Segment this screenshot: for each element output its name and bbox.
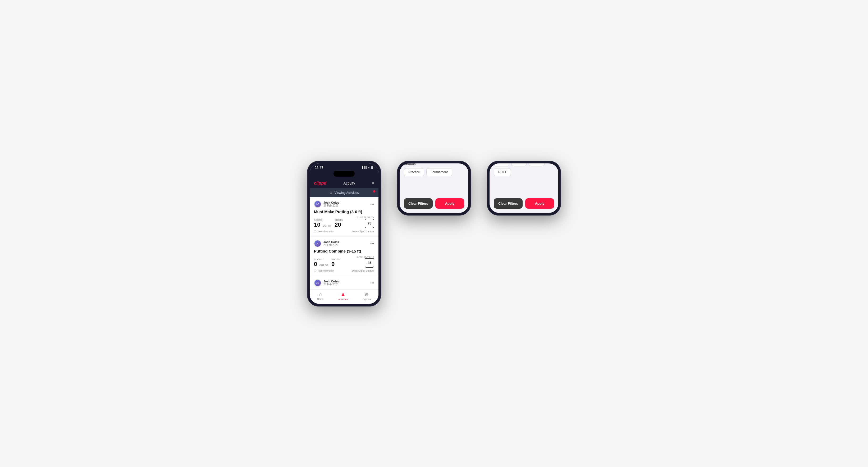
bottom-nav-1: ⌂ Home ♟ Activities ⊕ Capture	[310, 289, 378, 304]
modal-actions-1: Clear Filters Apply	[404, 198, 464, 209]
avatar-2: JC	[314, 240, 321, 247]
modal-actions-2: Clear Filters Apply	[494, 198, 554, 209]
shots-value-2: 9	[331, 261, 335, 267]
nav-capture-label: Capture	[363, 298, 371, 301]
data-source-1: Data: Clippd Capture	[352, 230, 374, 233]
sq-badge-1: 75	[365, 219, 374, 228]
test-info-2: ⓘ Test Information	[314, 269, 334, 273]
phone-3: 11:33 ▐▐▐ ▲ ▓ clippd Activity ≡ ⚙ Viewin…	[487, 161, 561, 216]
activity-item-2[interactable]: JC Josh Coles 28 Feb 2023 ••• Putting Co…	[310, 237, 378, 276]
phone-2: 11:33 ▐▐▐ ▲ ▓ clippd Activity ≡ ⚙ Viewin…	[397, 161, 471, 216]
arg-btn[interactable]: ARG	[529, 163, 545, 166]
user-date-3: 28 Feb 2023	[323, 283, 339, 286]
activity-title-1: Must Make Putting (3-6 ft)	[314, 210, 374, 214]
activity-item-1[interactable]: JC Josh Coles 28 Feb 2023 ••• Must Make …	[310, 197, 378, 237]
viewing-dot-1	[373, 190, 375, 192]
dynamic-island-1	[310, 170, 378, 178]
clippd-logo-1: clippd	[314, 181, 327, 186]
activity-list: JC Josh Coles 28 Feb 2023 ••• Must Make …	[310, 197, 378, 289]
app-btn[interactable]: APP	[511, 163, 527, 166]
app-header-1: clippd Activity ≡	[310, 178, 378, 188]
nav-activities[interactable]: ♟ Activities	[338, 292, 348, 301]
tournament-btn-1[interactable]: Tournament	[426, 168, 452, 176]
sq-label-1: Shot Quality	[357, 216, 374, 219]
more-dots-3[interactable]: •••	[370, 281, 374, 285]
header-title-1: Activity	[343, 181, 355, 185]
rounds-section-label-1: Rounds	[404, 163, 464, 166]
user-info-2: JC Josh Coles 28 Feb 2023	[314, 240, 339, 247]
shots-label-2: Shots	[331, 258, 340, 261]
filter-modal-1: Filter ✕ Show Rounds Practice Drills Rou…	[400, 163, 468, 213]
shots-value-1: 20	[335, 221, 341, 228]
shots-label-1: Shots	[335, 219, 343, 221]
data-source-2: Data: Clippd Capture	[352, 270, 374, 272]
clear-filters-btn-1[interactable]: Clear Filters	[404, 198, 433, 209]
user-date-1: 28 Feb 2023	[323, 204, 339, 207]
practice-drills-filter-buttons: OTT APP ARG PUTT	[494, 163, 554, 176]
menu-icon-1[interactable]: ≡	[372, 181, 374, 185]
sq-badge-2: 45	[365, 258, 374, 268]
wifi-icon: ▲	[368, 166, 370, 169]
user-info-3: JC Josh Coles 28 Feb 2023	[314, 279, 339, 287]
out-of-2: OUT OF	[319, 264, 328, 267]
island-pill-1	[334, 171, 355, 177]
more-dots-1[interactable]: •••	[370, 202, 374, 206]
score-value-1: 10	[314, 221, 320, 228]
practice-btn-1[interactable]: Practice	[404, 168, 424, 176]
user-name-3: Josh Coles	[323, 280, 339, 283]
status-icons-1: ▐▐▐ ▲ ▓	[361, 166, 373, 169]
capture-icon: ⊕	[365, 292, 369, 298]
avatar-1: JC	[314, 200, 321, 208]
nav-capture[interactable]: ⊕ Capture	[363, 292, 371, 301]
clear-filters-btn-2[interactable]: Clear Filters	[494, 198, 523, 209]
avatar-3: JC	[314, 279, 321, 287]
apply-btn-1[interactable]: Apply	[435, 198, 464, 209]
sq-label-2: Shot Quality	[357, 255, 374, 258]
nav-activities-label: Activities	[338, 298, 348, 301]
user-date-2: 28 Feb 2023	[323, 244, 339, 246]
status-bar-1: 11:33 ▐▐▐ ▲ ▓	[310, 163, 378, 170]
activity-item-3[interactable]: JC Josh Coles 28 Feb 2023 •••	[310, 276, 378, 289]
battery-icon: ▓	[371, 166, 373, 169]
ott-btn[interactable]: OTT	[494, 163, 509, 166]
rounds-filter-buttons-1: Practice Tournament	[404, 168, 464, 176]
viewing-bar-text-1: Viewing Activities	[335, 191, 359, 195]
putt-btn[interactable]: PUTT	[494, 168, 511, 176]
viewing-bar-1[interactable]: ⚙ Viewing Activities	[310, 188, 378, 197]
home-icon: ⌂	[319, 292, 322, 297]
score-label-1: Score	[314, 219, 333, 221]
out-of-1: OUT OF	[322, 224, 331, 227]
score-value-2: 0	[314, 261, 317, 268]
more-dots-2[interactable]: •••	[370, 242, 374, 246]
nav-home-label: Home	[317, 298, 323, 301]
phone-1: 11:33 ▐▐▐ ▲ ▓ clippd Activity ≡ ⚙ Viewin	[307, 161, 381, 307]
screenshots-container: 11:33 ▐▐▐ ▲ ▓ clippd Activity ≡ ⚙ Viewin	[307, 161, 561, 307]
activity-title-2: Putting Combine (3-15 ft)	[314, 249, 374, 253]
signal-icon: ▐▐▐	[361, 166, 367, 169]
user-name-1: Josh Coles	[323, 201, 339, 204]
nav-home[interactable]: ⌂ Home	[317, 292, 323, 301]
activities-icon: ♟	[341, 292, 345, 298]
user-name-2: Josh Coles	[323, 240, 339, 244]
test-info-1: ⓘ Test Information	[314, 230, 334, 233]
user-info-1: JC Josh Coles 28 Feb 2023	[314, 200, 339, 208]
filter-modal-2: Filter ✕ Show Rounds Practice Drills Pra…	[490, 163, 558, 213]
score-label-2: Score	[314, 258, 329, 261]
apply-btn-2[interactable]: Apply	[525, 198, 554, 209]
time-1: 11:33	[315, 165, 323, 169]
